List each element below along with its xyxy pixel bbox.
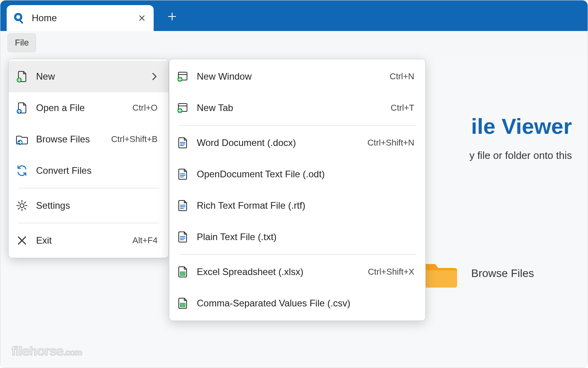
tab-home[interactable]: Home [7,5,154,31]
menu-item-label: Open a File [36,102,132,113]
menu-separator [179,254,416,255]
watermark-suffix: .com [64,347,82,357]
app-magnifier-icon [14,13,25,24]
chevron-right-icon [152,73,158,80]
tab-close-button[interactable] [137,13,147,23]
browse-files-label: Browse Files [471,267,534,280]
menu-item-shortcut: Ctrl+T [391,103,415,113]
menu-item-label: Plain Text File (.txt) [197,231,414,242]
menu-item-label: New [36,71,152,82]
doc-icon [176,137,189,149]
window-plus-icon [176,70,189,83]
menu-item-shortcut: Ctrl+Shift+B [111,134,158,144]
doc-icon [176,199,189,212]
menu-item-shortcut: Ctrl+Shift+X [368,267,414,277]
submenu-item-word-doc[interactable]: Word Document (.docx) Ctrl+Shift+N [169,127,425,158]
menu-item-new[interactable]: New [9,61,169,92]
submenu-item-new-tab[interactable]: New Tab Ctrl+T [169,92,425,124]
svg-rect-2 [20,20,23,24]
tab-title: Home [32,13,137,24]
file-plus-icon [16,70,28,83]
svg-rect-12 [180,303,185,307]
menu-item-label: OpenDocument Text File (.odt) [197,169,414,180]
menu-item-shortcut: Ctrl+N [390,71,414,82]
menu-item-exit[interactable]: Exit Alt+F4 [9,225,169,256]
svg-point-1 [16,15,20,19]
page-subtitle-fragment: y file or folder onto this [469,149,572,162]
submenu-item-odt[interactable]: OpenDocument Text File (.odt) [169,158,425,190]
new-submenu: New Window Ctrl+N New Tab Ctrl+T Word Do… [169,59,426,321]
svg-point-6 [20,204,24,208]
menu-separator [18,223,159,223]
x-icon [16,234,28,247]
submenu-item-txt[interactable]: Plain Text File (.txt) [169,221,425,253]
convert-icon [16,164,28,177]
menu-item-browse-files[interactable]: Browse Files Ctrl+Shift+B [9,124,169,155]
file-open-icon [16,102,28,114]
menu-item-settings[interactable]: Settings [9,190,169,221]
file-menu: New Open a File Ctrl+O Browse Files Ctrl… [8,59,169,258]
folder-arrow-icon [16,133,28,146]
menu-item-label: New Window [197,71,390,82]
page-title-fragment: ile Viewer [471,113,572,139]
sheet-icon [176,266,189,278]
watermark: filehorse.com [11,343,82,358]
submenu-item-rtf[interactable]: Rich Text Format File (.rtf) [169,190,425,221]
menu-separator [18,188,159,188]
menu-item-shortcut: Ctrl+Shift+N [367,138,414,148]
menu-item-shortcut: Alt+F4 [132,235,158,246]
browse-files-button[interactable]: Browse Files [422,259,534,288]
menu-item-label: Comma-Separated Values File (.csv) [197,298,414,309]
menu-file[interactable]: File [7,33,36,52]
submenu-item-xlsx[interactable]: Excel Spreadsheet (.xlsx) Ctrl+Shift+X [169,256,425,288]
menu-item-label: Rich Text Format File (.rtf) [197,200,414,211]
folder-icon [422,259,457,288]
menu-item-shortcut: Ctrl+O [132,103,158,113]
submenu-item-csv[interactable]: Comma-Separated Values File (.csv) [169,288,425,319]
menu-item-convert-files[interactable]: Convert Files [9,155,169,186]
menu-item-label: Excel Spreadsheet (.xlsx) [197,266,368,277]
menu-item-label: Convert Files [36,165,158,176]
gear-icon [16,199,28,212]
doc-icon [176,231,189,243]
menu-item-open-file[interactable]: Open a File Ctrl+O [9,92,169,124]
menu-separator [179,125,416,126]
new-tab-button[interactable] [162,6,183,27]
menu-item-label: Word Document (.docx) [197,137,367,148]
svg-rect-11 [180,272,185,275]
menu-bar: File [0,31,588,55]
watermark-text: filehorse [11,343,64,358]
title-bar: Home [0,0,588,31]
menu-item-label: Settings [36,200,158,211]
menu-item-label: Browse Files [36,134,111,145]
doc-icon [176,168,189,180]
menu-item-label: Exit [36,235,132,246]
window-plus-icon [176,102,189,114]
menu-item-label: New Tab [197,102,391,113]
sheet-icon [176,297,189,310]
submenu-item-new-window[interactable]: New Window Ctrl+N [169,61,425,92]
